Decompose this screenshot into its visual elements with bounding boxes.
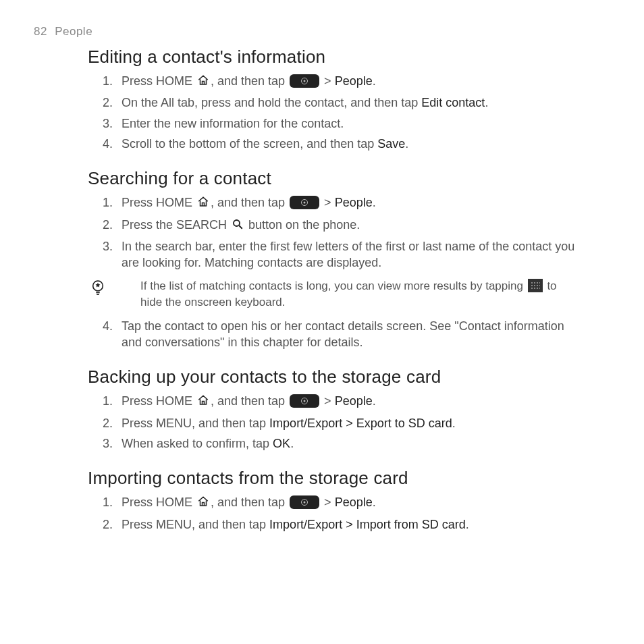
edit-contact-label: Edit contact [421,96,485,109]
people-label: People [335,394,373,408]
save-label: Save [377,137,405,151]
section-importing-title: Importing contacts from the storage card [88,466,583,490]
keyboard-hide-icon [528,279,543,292]
apps-icon [290,394,319,408]
backingup-steps: Press HOME , and then tap > People. Pres… [88,393,583,452]
svg-line-1 [239,225,242,229]
tip-text: If the list of matching contacts is long… [117,278,583,311]
backingup-step-3: When asked to confirm, tap OK. [122,435,583,452]
section-backingup-title: Backing up your contacts to the storage … [88,365,583,389]
searching-step-3: In the search bar, enter the first few l… [122,238,583,271]
editing-step-1: Press HOME , and then tap > People. [122,73,583,90]
searching-steps: Press HOME , and then tap > People. Pres… [88,194,583,271]
section-searching-title: Searching for a contact [88,167,583,190]
searching-step-4: Tap the contact to open his or her conta… [122,318,583,351]
page-header: 82 People [34,24,610,40]
people-label: People [335,495,373,509]
apps-icon [290,74,319,88]
searching-step-1: Press HOME , and then tap > People. [122,194,583,212]
chapter-title: People [55,25,92,38]
editing-step-4: Scroll to the bottom of the screen, and … [122,136,583,152]
import-export-label: Import/Export > Import from SD card [269,518,466,531]
tip-row: If the list of matching contacts is long… [88,278,583,311]
ok-label: OK [273,437,290,450]
backingup-step-1: Press HOME , and then tap > People. [122,393,583,410]
people-label: People [335,74,373,88]
importing-step-2: Press MENU, and then tap Import/Export >… [122,516,583,533]
home-icon [197,394,209,410]
section-editing-title: Editing a contact's information [88,45,583,69]
page-number: 82 [34,25,47,38]
home-icon [197,196,209,212]
people-label: People [335,196,373,209]
content: Editing a contact's information Press HO… [88,45,583,533]
importing-step-1: Press HOME , and then tap > People. [122,494,583,512]
home-icon [197,495,209,512]
apps-icon [290,196,319,209]
home-icon [197,74,209,90]
searching-steps-cont: Tap the contact to open his or her conta… [88,318,583,351]
search-icon [232,218,244,234]
editing-step-3: Enter the new information for the contac… [122,115,583,132]
svg-point-0 [234,220,240,226]
editing-steps: Press HOME , and then tap > People. On t… [88,73,583,152]
searching-step-2: Press the SEARCH button on the phone. [122,217,583,234]
lightbulb-icon [90,279,105,302]
importing-steps: Press HOME , and then tap > People. Pres… [88,494,583,533]
import-export-label: Import/Export > Export to SD card [269,417,452,430]
backingup-step-2: Press MENU, and then tap Import/Export >… [122,415,583,431]
apps-icon [290,495,319,509]
editing-step-2: On the All tab, press and hold the conta… [122,95,583,111]
